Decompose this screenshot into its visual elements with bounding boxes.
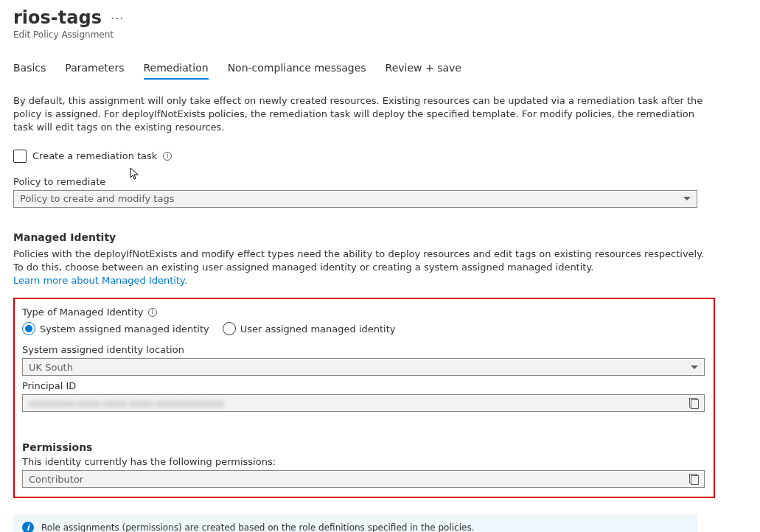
managed-identity-description: Policies with the deployIfNotExists and … xyxy=(13,248,706,288)
page-header: rios-tags ··· Edit Policy Assignment xyxy=(13,7,747,40)
policy-to-remediate-dropdown[interactable]: Policy to create and modify tags xyxy=(13,190,697,208)
create-remediation-row: Create a remediation task i xyxy=(13,150,747,163)
tab-noncompliance[interactable]: Non-compliance messages xyxy=(228,62,366,80)
tabs: Basics Parameters Remediation Non-compli… xyxy=(13,62,747,80)
tab-review[interactable]: Review + save xyxy=(386,62,461,80)
radio-user-assigned[interactable]: User assigned managed identity xyxy=(223,322,396,335)
principal-id-field: xxxxxxxx-xxxx-xxxx-xxxx-xxxxxxxxxxxx xyxy=(22,394,705,412)
learn-more-link[interactable]: Learn more about Managed Identity. xyxy=(13,275,187,286)
chevron-down-icon xyxy=(691,365,698,369)
create-remediation-label: Create a remediation task xyxy=(32,150,157,161)
managed-identity-desc-text: Policies with the deployIfNotExists and … xyxy=(13,248,704,273)
tab-remediation[interactable]: Remediation xyxy=(144,62,209,80)
permissions-heading: Permissions xyxy=(22,441,706,453)
info-banner: i Role assignments (permissions) are cre… xyxy=(13,514,697,532)
policy-to-remediate-value: Policy to create and modify tags xyxy=(20,193,174,204)
radio-system-label: System assigned managed identity xyxy=(40,323,209,335)
tab-parameters[interactable]: Parameters xyxy=(65,62,124,80)
type-of-identity-row: Type of Managed Identity i xyxy=(22,307,706,318)
permissions-value: Contributor xyxy=(29,474,83,485)
type-of-identity-label: Type of Managed Identity xyxy=(22,307,144,318)
create-remediation-checkbox[interactable] xyxy=(13,150,27,163)
policy-to-remediate-label: Policy to remediate xyxy=(13,176,747,187)
info-banner-icon: i xyxy=(22,522,34,532)
radio-button-selected xyxy=(22,322,35,335)
permissions-description: This identity currently has the followin… xyxy=(22,456,706,467)
chevron-down-icon xyxy=(683,197,691,200)
radio-button xyxy=(223,322,236,335)
info-icon[interactable]: i xyxy=(148,308,157,317)
highlight-box: Type of Managed Identity i System assign… xyxy=(13,298,715,498)
principal-id-value: xxxxxxxx-xxxx-xxxx-xxxx-xxxxxxxxxxxx xyxy=(29,398,224,409)
tab-basics[interactable]: Basics xyxy=(13,62,46,80)
location-value: UK South xyxy=(29,362,73,373)
page-title: rios-tags xyxy=(13,7,102,28)
identity-radio-group: System assigned managed identity User as… xyxy=(22,322,706,335)
permissions-field: Contributor xyxy=(22,470,705,488)
location-label: System assigned identity location xyxy=(22,344,706,355)
principal-id-label: Principal ID xyxy=(22,380,706,391)
remediation-description: By default, this assignment will only ta… xyxy=(13,94,706,135)
info-banner-text: Role assignments (permissions) are creat… xyxy=(41,522,474,532)
managed-identity-heading: Managed Identity xyxy=(13,231,747,243)
copy-icon[interactable] xyxy=(689,398,698,408)
more-actions-button[interactable]: ··· xyxy=(111,12,124,26)
page-subtitle: Edit Policy Assignment xyxy=(13,29,747,40)
radio-user-label: User assigned managed identity xyxy=(240,323,396,335)
radio-system-assigned[interactable]: System assigned managed identity xyxy=(22,322,209,335)
location-dropdown[interactable]: UK South xyxy=(22,358,705,376)
info-icon[interactable]: i xyxy=(163,152,172,161)
copy-icon[interactable] xyxy=(689,474,698,484)
